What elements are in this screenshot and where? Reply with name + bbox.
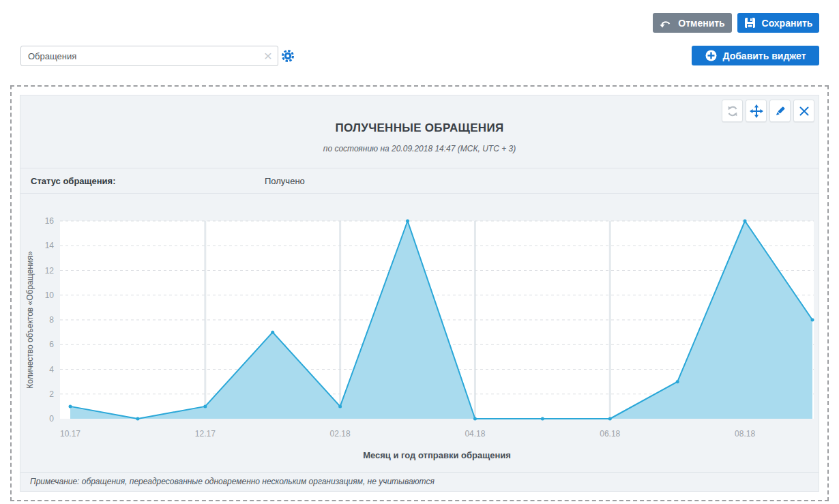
edit-button[interactable] <box>769 100 791 122</box>
svg-text:06.18: 06.18 <box>600 429 620 439</box>
save-icon <box>744 17 756 29</box>
add-widget-button[interactable]: Добавить виджет <box>692 46 819 65</box>
svg-text:10: 10 <box>45 291 55 300</box>
cancel-button[interactable]: Отменить <box>653 13 732 33</box>
move-button[interactable] <box>746 100 767 122</box>
svg-text:0: 0 <box>49 414 54 424</box>
status-value: Получено <box>265 176 305 186</box>
svg-text:02.18: 02.18 <box>330 429 351 439</box>
status-row: Статус обращения: Получено <box>20 168 819 194</box>
svg-text:12.17: 12.17 <box>195 429 216 439</box>
save-button[interactable]: Сохранить <box>737 13 819 33</box>
svg-text:Месяц и год отправки обращения: Месяц и год отправки обращения <box>363 450 511 460</box>
svg-text:12: 12 <box>45 266 55 276</box>
area-chart: 024681012141610.1712.1702.1804.1806.1808… <box>20 207 820 466</box>
widget-note: Примечание: обращения, переадресованные … <box>20 472 819 491</box>
svg-text:4: 4 <box>49 365 54 374</box>
pencil-icon <box>774 105 786 117</box>
plus-circle-icon <box>705 50 717 61</box>
svg-text:14: 14 <box>45 241 55 250</box>
move-icon <box>750 104 763 118</box>
svg-text:2: 2 <box>49 389 54 399</box>
widget-name-input[interactable] <box>21 51 259 61</box>
svg-text:6: 6 <box>49 340 54 349</box>
close-button[interactable] <box>793 100 814 122</box>
save-button-label: Сохранить <box>762 18 813 29</box>
svg-text:Количество объектов «Обращения: Количество объектов «Обращения» <box>25 251 35 389</box>
widget-controls <box>722 100 814 122</box>
widget-subtitle: по состоянию на 20.09.2018 14:47 (МСК, U… <box>20 144 819 153</box>
svg-text:16: 16 <box>45 216 55 226</box>
add-widget-button-label: Добавить виджет <box>723 50 806 61</box>
svg-text:10.17: 10.17 <box>60 429 80 439</box>
widget-title: ПОЛУЧЕННЫЕ ОБРАЩЕНИЯ <box>20 121 819 135</box>
close-icon <box>799 106 810 117</box>
svg-text:8: 8 <box>49 315 54 325</box>
refresh-button[interactable] <box>722 100 743 122</box>
svg-text:04.18: 04.18 <box>465 429 485 439</box>
svg-text:08.18: 08.18 <box>735 429 755 439</box>
widget-name-field-wrap: × <box>20 46 278 66</box>
settings-gear-icon[interactable] <box>281 49 295 63</box>
widget-editor-canvas: ПОЛУЧЕННЫЕ ОБРАЩЕНИЯ по состоянию на 20.… <box>10 85 829 501</box>
status-label: Статус обращения: <box>20 176 116 186</box>
undo-icon <box>660 18 672 28</box>
clear-input-icon[interactable]: × <box>259 47 278 65</box>
refresh-icon <box>726 105 739 117</box>
widget-received-requests: ПОЛУЧЕННЫЕ ОБРАЩЕНИЯ по состоянию на 20.… <box>20 95 819 492</box>
cancel-button-label: Отменить <box>678 18 724 29</box>
